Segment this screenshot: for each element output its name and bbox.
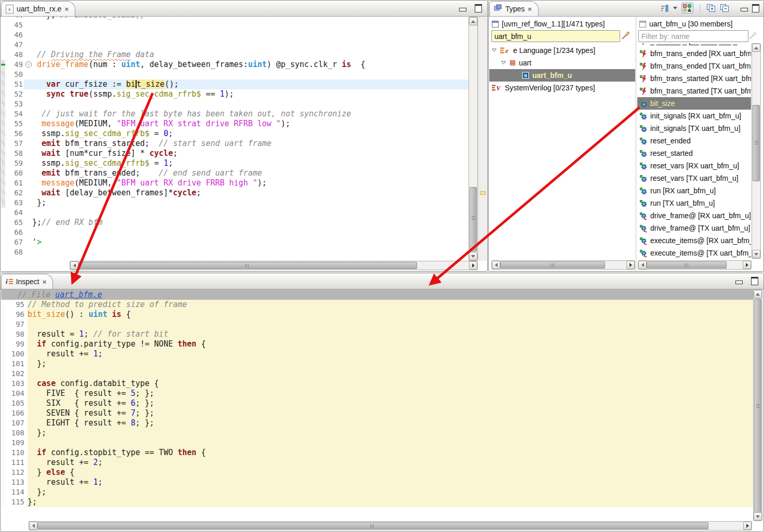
pane-divider[interactable] [636, 17, 636, 271]
member-row[interactable]: execute_items@ [TX uart_bfm_u] [637, 247, 751, 259]
fold-ruler [24, 30, 32, 40]
member-row-partial[interactable]: _ ______ _ [__ ____ ___ _ [637, 43, 751, 47]
chevron-expanded-icon[interactable] [501, 59, 506, 67]
minimize-icon[interactable] [741, 8, 748, 11]
filter-kinds-icon[interactable] [681, 3, 693, 14]
file-link[interactable]: uart_bfm.e [55, 290, 102, 299]
member-row[interactable]: run [RX uart_bfm_u] [637, 184, 751, 197]
scroll-thumb[interactable] [753, 105, 760, 181]
code-text [32, 208, 469, 218]
line-number: 44 [5, 17, 24, 20]
scroll-up-button[interactable] [469, 17, 477, 25]
member-row[interactable]: reset_started [637, 147, 751, 159]
scroll-down-button[interactable] [754, 512, 762, 521]
inspect-horizontal-scrollbar[interactable] [29, 521, 752, 530]
member-row[interactable]: bit_size [637, 97, 751, 110]
editor-horizontal-scrollbar[interactable] [70, 261, 478, 270]
minimize-icon[interactable] [735, 281, 743, 284]
line-number: 56 [5, 129, 24, 139]
tree-item-uart_bfm_u[interactable]: uuart_bfm_u [489, 69, 635, 82]
member-row[interactable]: reset_vars [RX uart_bfm_u] [637, 159, 751, 172]
code-line: 102 [1, 369, 753, 379]
scroll-thumb[interactable] [754, 299, 761, 514]
code-text: emit bfm_trans_ended; // end send uart f… [32, 168, 469, 178]
scroll-thumb[interactable] [470, 187, 477, 251]
member-row[interactable]: bfm_trans_ended [TX uart_bfm_u] [637, 60, 751, 72]
maximize-icon[interactable] [751, 277, 758, 285]
scroll-left-button[interactable] [29, 522, 37, 530]
member-row[interactable]: bfm_trans_started [TX uart_bfm_u] [637, 85, 751, 97]
member-row[interactable]: reset_vars [TX uart_bfm_u] [637, 172, 751, 184]
collapse-fold-icon[interactable]: − [25, 61, 32, 68]
member-row[interactable]: drive_frame@ [RX uart_bfm_u] [637, 209, 751, 222]
line-number: 47 [5, 40, 24, 50]
occurrence-marker[interactable] [480, 191, 486, 195]
sort-menu-chevron-icon[interactable] [673, 7, 677, 9]
line-number: 112 [5, 468, 28, 477]
scroll-right-button[interactable] [626, 261, 635, 269]
inspect-vertical-scrollbar[interactable] [753, 289, 762, 521]
sort-icon[interactable] [660, 4, 669, 12]
tree-item-systemverilog[interactable]: VSystemVerilog [0/237 types] [489, 82, 635, 94]
annotation-ruler [1, 497, 5, 507]
scroll-right-button[interactable] [743, 522, 752, 530]
collapse-all-icon[interactable] [720, 4, 729, 12]
maximize-icon[interactable] [475, 4, 482, 12]
scroll-down-button[interactable] [752, 250, 760, 258]
code-text: ssmp.sig_sec_cdma_rfrb$ = 0; [32, 129, 469, 139]
inspect-code-area[interactable]: 95// Method to predict size of frame96bi… [1, 300, 753, 521]
scroll-up-button[interactable] [752, 44, 760, 52]
editor-tab-close-icon[interactable]: × [64, 6, 69, 12]
members-vertical-scrollbar[interactable] [752, 43, 761, 259]
expand-all-icon[interactable] [706, 4, 716, 12]
line-number: 60 [5, 168, 24, 178]
type-search-input[interactable] [491, 30, 620, 42]
minimize-icon[interactable] [459, 8, 466, 11]
member-filter-input[interactable] [638, 30, 748, 42]
scroll-right-button[interactable] [743, 261, 751, 269]
members-list[interactable]: _ ______ _ [__ ____ ___ _bfm_trans_ended… [637, 43, 751, 259]
member-row[interactable]: execute_items@ [RX uart_bfm_u] [637, 234, 751, 247]
member-row[interactable]: init_signals [RX uart_bfm_u] [637, 110, 751, 122]
clear-search-broom-icon[interactable] [621, 31, 631, 40]
scroll-thumb[interactable] [78, 262, 417, 269]
member-row[interactable]: reset_ended [637, 135, 751, 147]
tree-item-e[interactable]: ee Language [1/234 types] [489, 44, 635, 57]
chevron-expanded-icon[interactable] [491, 46, 497, 55]
inspect-tab[interactable]: i Inspect × [1, 274, 53, 289]
line-number: 53 [5, 99, 24, 109]
scroll-thumb[interactable] [500, 261, 605, 269]
tree-horizontal-scrollbar[interactable] [491, 260, 635, 270]
member-row[interactable]: bfm_trans_ended [RX uart_bfm_u] [637, 47, 751, 60]
editor-vertical-scrollbar[interactable] [468, 17, 478, 261]
maximize-icon[interactable] [752, 4, 759, 12]
inspect-tab-label: Inspect [16, 277, 39, 286]
editor-tab[interactable]: e uart_bfm_rx.e × [1, 1, 75, 16]
annotation-ruler [1, 40, 5, 50]
types-tab-close-icon[interactable]: × [528, 6, 532, 12]
member-row[interactable]: run [TX uart_bfm_u] [637, 197, 751, 209]
member-row[interactable]: drive_frame@ [TX uart_bfm_u] [637, 222, 751, 234]
scroll-thumb[interactable] [37, 522, 708, 529]
editor-code-area[interactable]: 44 }; // execute_items()45464748 // Driv… [1, 17, 469, 261]
scroll-left-button[interactable] [638, 261, 647, 269]
scroll-right-button[interactable] [469, 261, 477, 270]
editor-panel: e uart_bfm_rx.e × 44 }; // execute_items… [0, 0, 488, 272]
scroll-left-button[interactable] [492, 261, 500, 269]
types-tab[interactable]: Types × [489, 1, 539, 16]
line-number: 52 [5, 89, 24, 99]
types-tree[interactable]: ee Language [1/234 types]uartuuart_bfm_u… [489, 44, 635, 259]
fold-ruler [24, 149, 32, 158]
tree-item-uart[interactable]: uart [489, 57, 635, 69]
clear-filter-broom-icon[interactable] [748, 31, 758, 40]
scroll-left-button[interactable] [70, 261, 78, 270]
scroll-thumb[interactable] [647, 261, 727, 269]
member-row[interactable]: bfm_trans_started [RX uart_bfm_u] [637, 72, 751, 85]
scroll-down-button[interactable] [469, 252, 477, 260]
member-row[interactable]: init_signals [TX uart_bfm_u] [637, 122, 751, 135]
code-line: 68 [1, 247, 469, 257]
members-horizontal-scrollbar[interactable] [638, 260, 752, 270]
inspect-tab-close-icon[interactable]: × [43, 278, 47, 285]
code-text [32, 20, 469, 30]
scroll-up-button[interactable] [754, 290, 762, 298]
